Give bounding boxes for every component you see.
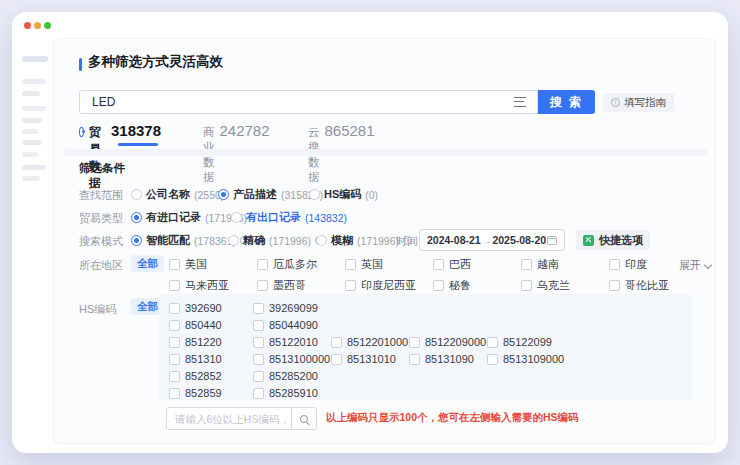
hs-checkbox[interactable]: 85122099 xyxy=(487,336,552,348)
checkbox-label: 巴西 xyxy=(449,257,471,272)
hs-checkbox[interactable]: 85131090 xyxy=(409,353,474,365)
checkbox-label: 85122099 xyxy=(503,336,552,348)
checkbox-label: 85285910 xyxy=(269,387,318,399)
hs-checkbox[interactable]: 8513109000 xyxy=(487,353,564,365)
checkbox-icon xyxy=(331,337,342,348)
region-checkbox[interactable]: 厄瓜多尔 xyxy=(257,257,317,272)
region-checkbox[interactable]: 哥伦比亚 xyxy=(609,278,669,293)
radio-option[interactable]: 产品描述(315828) xyxy=(218,187,323,202)
region-checkbox[interactable]: 巴西 xyxy=(433,257,471,272)
checkbox-label: 850440 xyxy=(185,319,222,331)
info-icon: i xyxy=(611,98,620,107)
option-label: HS编码 xyxy=(324,187,361,202)
checkbox-label: 墨西哥 xyxy=(273,278,306,293)
radio-selected-icon xyxy=(218,189,229,200)
checkbox-icon xyxy=(521,280,532,291)
radio-option[interactable]: 公司名称(2550) xyxy=(131,187,224,202)
hs-checkbox[interactable]: 8512209000 xyxy=(409,336,486,348)
trade-data-icon xyxy=(79,127,84,137)
filter-row-region: 所在地区 全部 美国厄瓜多尔英国巴西越南印度 展开 xyxy=(54,257,717,273)
hs-checkbox[interactable]: 852859 xyxy=(169,387,222,399)
hs-checkbox[interactable]: 852852 xyxy=(169,370,222,382)
checkbox-icon xyxy=(409,337,420,348)
checkbox-icon xyxy=(253,320,264,331)
hs-checkbox[interactable]: 851220 xyxy=(169,336,222,348)
checkbox-icon xyxy=(169,354,180,365)
checkbox-icon xyxy=(433,280,444,291)
checkbox-icon xyxy=(253,354,264,365)
region-checkbox[interactable]: 秘鲁 xyxy=(433,278,471,293)
region-checkbox[interactable]: 墨西哥 xyxy=(257,278,306,293)
fill-guide-label: 填写指南 xyxy=(624,96,666,110)
hs-checkbox[interactable]: 85122010 xyxy=(253,336,318,348)
region-all-button[interactable]: 全部 xyxy=(131,255,164,272)
hs-checkbox[interactable]: 8512201000 xyxy=(331,336,408,348)
fill-guide-button[interactable]: i 填写指南 xyxy=(603,93,674,112)
checkbox-icon xyxy=(257,280,268,291)
tab-trade-data[interactable]: 贸易数据 318378 xyxy=(79,122,161,192)
region-checkbox[interactable]: 印度尼西亚 xyxy=(345,278,416,293)
radio-option[interactable]: 有进口记录(171996) xyxy=(131,210,247,225)
checkbox-label: 85131090 xyxy=(425,353,474,365)
checkbox-icon xyxy=(169,371,180,382)
option-label: 模糊 xyxy=(331,233,353,248)
option-label: 有出口记录 xyxy=(246,210,301,225)
region-checkbox[interactable]: 乌克兰 xyxy=(521,278,570,293)
region-checkbox[interactable]: 美国 xyxy=(169,257,207,272)
checkbox-icon xyxy=(521,259,532,270)
window-zoom-dot[interactable] xyxy=(44,22,51,29)
region-checkbox[interactable]: 越南 xyxy=(521,257,559,272)
page-title: 多种筛选方式灵活高效 xyxy=(88,53,223,71)
filter-row-trade-type: 贸易类型 有进口记录(171996)有出口记录(143832) xyxy=(54,210,717,226)
checkbox-label: 印度 xyxy=(625,257,647,272)
region-checkbox[interactable]: 马来西亚 xyxy=(169,278,229,293)
hs-checkbox[interactable]: 39269099 xyxy=(253,302,318,314)
checkbox-label: 852852 xyxy=(185,370,222,382)
checkbox-icon xyxy=(487,354,498,365)
radio-icon xyxy=(231,212,242,223)
list-lines-icon[interactable] xyxy=(514,97,526,107)
radio-icon xyxy=(309,189,320,200)
region-expand-link[interactable]: 展开 xyxy=(679,258,711,273)
hs-code-input[interactable] xyxy=(167,408,291,429)
search-button[interactable]: 搜 索 xyxy=(538,90,595,114)
date-range-picker[interactable]: 2024-08-21 → 2025-08-20 xyxy=(419,229,565,251)
skeleton-bar xyxy=(22,176,40,181)
option-label: 公司名称 xyxy=(146,187,190,202)
hs-checkbox[interactable]: 850440 xyxy=(169,319,222,331)
hs-checkbox[interactable]: 392690 xyxy=(169,302,222,314)
skeleton-bar xyxy=(22,56,48,62)
hs-checkbox[interactable]: 85285200 xyxy=(253,370,318,382)
checkbox-icon xyxy=(169,320,180,331)
quick-options-button[interactable]: 快捷选项 xyxy=(576,230,650,250)
window-minimize-dot[interactable] xyxy=(34,22,41,29)
hs-code-row: 85285285285200 xyxy=(159,370,692,384)
tab-count: 865281 xyxy=(325,122,375,139)
radio-option[interactable]: HS编码(0) xyxy=(309,187,378,202)
checkbox-label: 马来西亚 xyxy=(185,278,229,293)
search-input[interactable] xyxy=(80,95,514,109)
active-tab-underline xyxy=(118,143,158,146)
checkbox-label: 851310 xyxy=(185,353,222,365)
hs-checkbox[interactable]: 8513100000 xyxy=(253,353,330,365)
row-label: 所在地区 xyxy=(79,258,123,273)
option-count: (171996) xyxy=(357,235,399,247)
checkbox-icon xyxy=(257,259,268,270)
radio-option[interactable]: 有出口记录(143832) xyxy=(231,210,347,225)
radio-option[interactable]: 精确(171996)i xyxy=(228,233,324,248)
hs-checkbox[interactable]: 851310 xyxy=(169,353,222,365)
hs-checkbox[interactable]: 85285910 xyxy=(253,387,318,399)
region-checkbox[interactable]: 印度 xyxy=(609,257,647,272)
checkbox-label: 85044090 xyxy=(269,319,318,331)
checkbox-icon xyxy=(169,259,180,270)
checkbox-label: 85122010 xyxy=(269,336,318,348)
hs-checkbox[interactable]: 85044090 xyxy=(253,319,318,331)
hs-checkbox[interactable]: 85131010 xyxy=(331,353,396,365)
window-close-dot[interactable] xyxy=(24,22,31,29)
hs-code-search-box xyxy=(166,407,317,430)
option-count: (171996) xyxy=(269,235,311,247)
radio-icon xyxy=(228,235,239,246)
date-arrow: → xyxy=(482,235,492,246)
region-checkbox[interactable]: 英国 xyxy=(345,257,383,272)
hs-search-button[interactable] xyxy=(291,408,316,429)
